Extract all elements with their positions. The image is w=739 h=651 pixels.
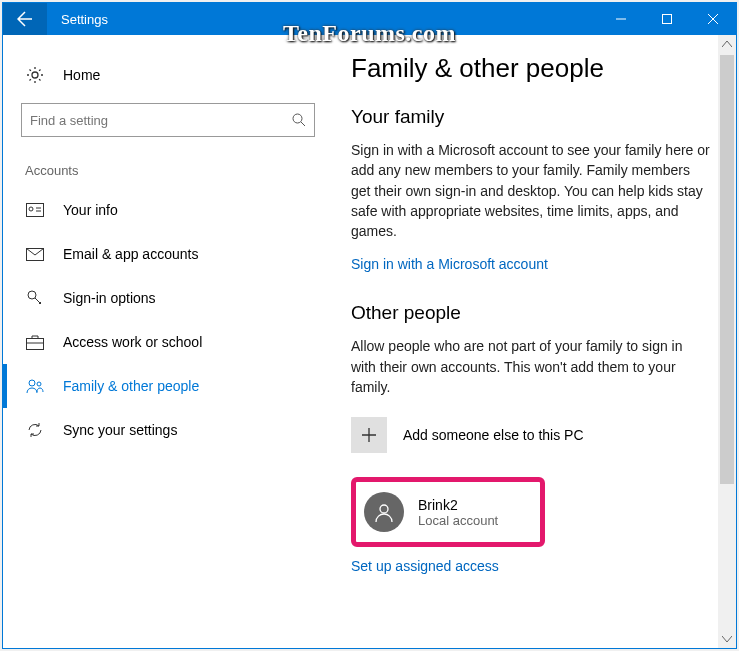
content-pane: Family & other people Your family Sign i…	[333, 35, 736, 648]
maximize-icon	[662, 14, 672, 24]
plus-icon	[361, 427, 377, 443]
back-arrow-icon	[17, 11, 33, 27]
id-card-icon	[25, 200, 45, 220]
other-heading: Other people	[351, 302, 716, 324]
user-type: Local account	[418, 513, 498, 528]
user-name: Brink2	[418, 497, 498, 513]
nav-email-accounts[interactable]: Email & app accounts	[3, 232, 333, 276]
minimize-button[interactable]	[598, 3, 644, 35]
nav-label: Email & app accounts	[63, 246, 198, 262]
nav-label: Sign-in options	[63, 290, 156, 306]
people-icon	[25, 376, 45, 396]
close-button[interactable]	[690, 3, 736, 35]
svg-point-9	[37, 382, 41, 386]
family-text: Sign in with a Microsoft account to see …	[351, 140, 711, 241]
svg-rect-0	[663, 15, 672, 24]
key-icon	[25, 288, 45, 308]
home-label: Home	[63, 67, 100, 83]
search-input[interactable]	[21, 103, 315, 137]
nav-your-info[interactable]: Your info	[3, 188, 333, 232]
svg-rect-7	[27, 338, 44, 349]
user-entry[interactable]: Brink2 Local account	[362, 486, 516, 538]
scrollbar[interactable]	[718, 35, 736, 648]
search-field[interactable]	[30, 113, 292, 128]
window-title: Settings	[61, 12, 108, 27]
group-label: Accounts	[3, 155, 333, 188]
assigned-access-link[interactable]: Set up assigned access	[351, 558, 499, 574]
family-heading: Your family	[351, 106, 716, 128]
nav-label: Access work or school	[63, 334, 202, 350]
highlighted-user: Brink2 Local account	[351, 477, 545, 547]
nav-family-other[interactable]: Family & other people	[3, 364, 333, 408]
mail-icon	[25, 244, 45, 264]
page-title: Family & other people	[351, 53, 716, 84]
svg-point-6	[28, 291, 36, 299]
home-link[interactable]: Home	[3, 53, 333, 97]
nav-access-work[interactable]: Access work or school	[3, 320, 333, 364]
maximize-button[interactable]	[644, 3, 690, 35]
scroll-thumb[interactable]	[720, 55, 734, 484]
search-icon	[292, 113, 306, 127]
nav-signin-options[interactable]: Sign-in options	[3, 276, 333, 320]
add-label: Add someone else to this PC	[403, 427, 584, 443]
gear-icon	[25, 65, 45, 85]
add-someone-button[interactable]: Add someone else to this PC	[351, 411, 716, 459]
sync-icon	[25, 420, 45, 440]
svg-point-8	[29, 380, 35, 386]
sidebar: Home Accounts Your info Email & app acco…	[3, 35, 333, 648]
scroll-up-icon[interactable]	[718, 35, 736, 53]
person-icon	[373, 501, 395, 523]
nav-label: Your info	[63, 202, 118, 218]
titlebar: Settings	[3, 3, 736, 35]
nav-label: Family & other people	[63, 378, 199, 394]
scroll-down-icon[interactable]	[718, 630, 736, 648]
briefcase-icon	[25, 332, 45, 352]
svg-point-4	[29, 207, 33, 211]
nav-label: Sync your settings	[63, 422, 177, 438]
avatar	[364, 492, 404, 532]
nav-sync-settings[interactable]: Sync your settings	[3, 408, 333, 452]
close-icon	[708, 14, 718, 24]
back-button[interactable]	[3, 3, 47, 35]
svg-point-2	[293, 114, 302, 123]
svg-point-1	[32, 72, 38, 78]
minimize-icon	[616, 14, 626, 24]
signin-link[interactable]: Sign in with a Microsoft account	[351, 256, 548, 272]
svg-point-10	[380, 505, 388, 513]
other-text: Allow people who are not part of your fa…	[351, 336, 711, 397]
plus-button[interactable]	[351, 417, 387, 453]
